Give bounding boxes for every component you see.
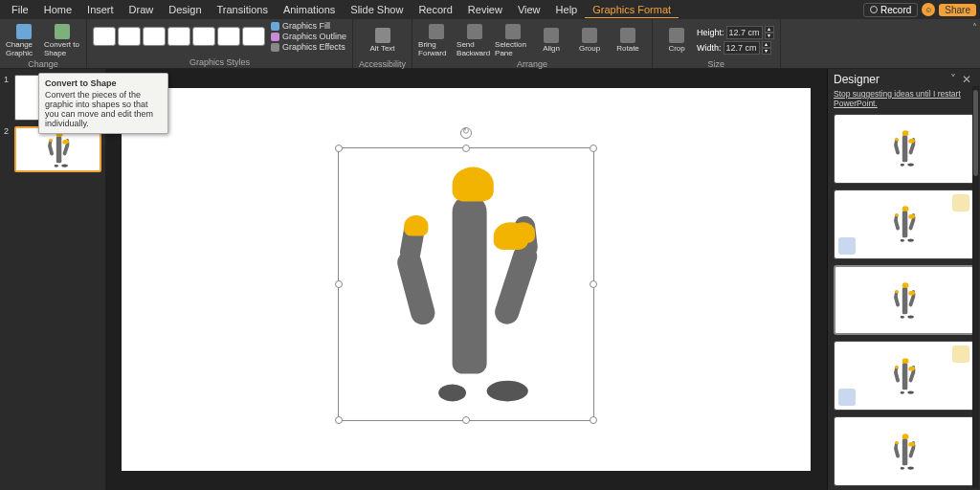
resize-handle[interactable]	[590, 416, 597, 424]
group-accessibility: Alt Text Accessibility	[353, 19, 412, 68]
designer-title: Designer	[834, 73, 880, 86]
height-label: Height:	[697, 28, 724, 37]
design-suggestion[interactable]	[834, 416, 974, 486]
style-preset[interactable]	[192, 27, 215, 46]
slide[interactable]	[122, 88, 811, 471]
graphics-fill-label: Graphics Fill	[282, 21, 330, 31]
crop-button[interactable]: Crop	[658, 21, 695, 59]
change-graphic-button[interactable]: Change Graphic	[6, 21, 42, 59]
width-up[interactable]: ▴	[762, 41, 771, 48]
thumb-number: 1	[4, 75, 11, 84]
resize-handle[interactable]	[335, 416, 343, 424]
crop-label: Crop	[668, 44, 684, 53]
tab-insert[interactable]: Insert	[79, 2, 122, 17]
tab-view[interactable]: View	[510, 2, 548, 17]
alt-text-button[interactable]: Alt Text	[365, 21, 401, 59]
height-input[interactable]	[726, 26, 763, 39]
align-button[interactable]: Align	[533, 21, 569, 59]
width-label: Width:	[697, 43, 722, 53]
cactus-icon	[42, 131, 74, 167]
cactus-icon	[888, 207, 920, 242]
tab-graphics-format[interactable]: Graphics Format	[585, 2, 679, 18]
tab-file[interactable]: File	[4, 2, 36, 17]
tab-review[interactable]: Review	[460, 2, 510, 17]
style-preset[interactable]	[217, 27, 240, 46]
style-preset[interactable]	[93, 27, 116, 46]
rotate-handle[interactable]	[460, 127, 472, 139]
share-button[interactable]: Share	[939, 4, 976, 16]
cactus-icon	[888, 358, 920, 393]
resize-handle[interactable]	[335, 145, 343, 152]
design-suggestion[interactable]	[834, 189, 974, 259]
graphics-effects-button[interactable]: Graphics Effects	[271, 42, 346, 52]
group-btn-label: Group	[579, 44, 600, 53]
design-suggestion[interactable]	[834, 114, 974, 184]
convert-to-shape-button[interactable]: Convert to Shape	[44, 21, 80, 59]
designer-close-button[interactable]: ✕	[959, 73, 974, 86]
rotate-button[interactable]: Rotate	[610, 21, 646, 59]
group-arrange: Bring Forward Send Backward Selection Pa…	[412, 19, 653, 68]
graphics-outline-label: Graphics Outline	[282, 32, 346, 41]
bring-forward-button[interactable]: Bring Forward	[418, 21, 455, 59]
rotate-label: Rotate	[616, 44, 639, 53]
resize-handle[interactable]	[462, 145, 470, 152]
change-graphic-label: Change Graphic	[6, 40, 42, 57]
tab-design[interactable]: Design	[161, 2, 209, 17]
group-graphics-styles: Graphics Fill Graphics Outline Graphics …	[87, 19, 353, 68]
tab-slideshow[interactable]: Slide Show	[343, 2, 411, 17]
tab-draw[interactable]: Draw	[122, 2, 162, 17]
designer-chevron-icon[interactable]: ˅	[947, 73, 959, 86]
group-styles-label: Graphics Styles	[189, 57, 250, 68]
send-backward-button[interactable]: Send Backward	[457, 21, 493, 59]
group-size: Crop Height:▴▾ Width:▴▾ Size	[653, 19, 781, 68]
alt-text-label: Alt Text	[369, 44, 394, 53]
design-suggestion[interactable]	[834, 341, 974, 411]
graphics-outline-button[interactable]: Graphics Outline	[271, 32, 346, 41]
selection-box[interactable]	[338, 147, 594, 421]
selection-pane-button[interactable]: Selection Pane	[495, 21, 531, 59]
style-preset[interactable]	[143, 27, 166, 46]
convert-to-shape-label: Convert to Shape	[44, 40, 80, 57]
design-suggestion[interactable]	[834, 265, 974, 335]
record-button[interactable]: Record	[863, 3, 918, 17]
thumb-number: 2	[4, 126, 11, 136]
style-preset[interactable]	[118, 27, 141, 46]
account-avatar[interactable]: ☺	[922, 3, 935, 16]
tab-record[interactable]: Record	[411, 2, 459, 17]
tab-transitions[interactable]: Transitions	[210, 2, 276, 17]
resize-handle[interactable]	[335, 280, 343, 288]
height-down[interactable]: ▾	[765, 33, 774, 39]
designer-pane: Designer˅✕ Stop suggesting ideas until I…	[827, 69, 980, 490]
selection-pane-label: Selection Pane	[495, 40, 531, 57]
group-change: Change Graphic Convert to Shape Change	[0, 19, 87, 68]
tab-home[interactable]: Home	[36, 2, 79, 17]
width-down[interactable]: ▾	[762, 48, 771, 55]
graphics-fill-button[interactable]: Graphics Fill	[271, 21, 346, 31]
send-backward-label: Send Backward	[457, 40, 493, 57]
menu-bar: File Home Insert Draw Design Transitions…	[0, 0, 980, 19]
resize-handle[interactable]	[590, 280, 597, 288]
bring-forward-label: Bring Forward	[418, 40, 455, 57]
height-up[interactable]: ▴	[765, 26, 774, 33]
cactus-icon	[888, 282, 920, 318]
collapse-ribbon-button[interactable]: ˄	[972, 22, 977, 33]
resize-handle[interactable]	[590, 145, 597, 152]
resize-handle[interactable]	[462, 416, 470, 424]
designer-stop-link[interactable]: Stop suggesting ideas until I restart Po…	[834, 89, 974, 108]
align-label: Align	[543, 44, 560, 53]
cactus-icon	[888, 131, 920, 167]
cactus-icon	[888, 434, 920, 469]
width-input[interactable]	[724, 41, 760, 55]
tooltip: Convert to Shape Convert the pieces of t…	[38, 73, 168, 134]
scrollbar-thumb[interactable]	[973, 90, 978, 176]
tab-animations[interactable]: Animations	[276, 2, 343, 17]
group-button[interactable]: Group	[571, 21, 608, 59]
designer-scrollbar[interactable]	[972, 86, 979, 488]
tooltip-body: Convert the pieces of the graphic into s…	[45, 90, 162, 128]
cactus-graphic[interactable]	[363, 167, 569, 402]
graphics-effects-label: Graphics Effects	[282, 42, 345, 52]
style-preset[interactable]	[167, 27, 190, 46]
style-preset[interactable]	[242, 27, 265, 46]
tab-help[interactable]: Help	[548, 2, 586, 17]
tooltip-title: Convert to Shape	[45, 78, 162, 88]
